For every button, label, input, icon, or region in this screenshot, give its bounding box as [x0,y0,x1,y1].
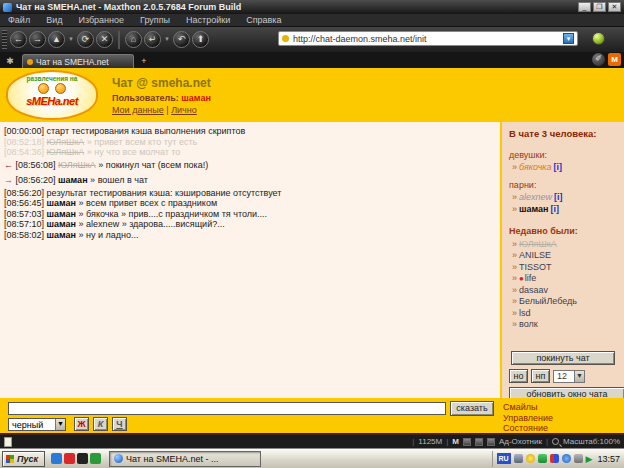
italic-button[interactable]: К [93,417,108,431]
go-button[interactable] [592,32,605,45]
tab-active[interactable]: Чат на SMEHA.net [22,54,134,68]
windows-flag-icon [6,455,14,463]
font-size-select[interactable]: 12 ▼ [553,370,585,383]
underline-button[interactable]: Ч [112,417,127,431]
close-button[interactable]: ✕ [608,2,621,12]
user-list-item: »бякочка[i] [512,162,619,172]
toolbar-button-icon[interactable]: ⬆ [192,31,209,48]
chevron-down-icon: ▼ [55,419,65,430]
status-bar: | 1125M | M Ад-Охотник | Масштаб:100% [0,435,624,448]
toolbar-button-icon[interactable]: ▾ [67,31,75,48]
girls-list: »бякочка[i] [509,162,619,172]
color-select-value: черный [12,420,43,430]
user-line: Пользователь: шаман [112,93,211,103]
bold-button[interactable]: Ж [74,417,89,431]
my-data-link[interactable]: Мои данные [112,105,164,115]
minimize-button[interactable]: _ [578,2,591,12]
taskbar-task-button[interactable]: Чат на SMEHA.net - ... [109,451,261,467]
menu-item[interactable]: Избранное [78,15,124,25]
user-name[interactable]: бякочка [519,162,552,172]
page-icon[interactable] [463,438,471,446]
recent-user-name[interactable]: ЮЛяШкА [519,239,557,249]
tray-icon[interactable] [562,454,571,463]
recent-user-name[interactable]: волк [519,319,538,329]
chat-log[interactable]: [00:00:00] старт тестирования кэша выпол… [0,122,500,398]
quick-launch-icon[interactable] [64,453,75,464]
user-info-link[interactable]: [i] [554,162,563,172]
toolbar-button-icon[interactable]: ← [10,31,27,48]
tray-icon[interactable] [514,454,523,463]
start-button[interactable]: Пуск [2,451,45,467]
toolbar-button-icon[interactable]: ⌂ [125,31,142,48]
online-count: В чате 3 человека: [509,128,619,139]
menu-item[interactable]: Группы [140,15,170,25]
toolbar-button-icon[interactable]: ▾ [163,31,171,48]
logo-face-icon [38,83,49,94]
favorites-star-icon[interactable]: ✱ [2,55,18,68]
recent-user-name[interactable]: life [525,273,537,283]
recent-user-name[interactable]: ANILSE [519,250,551,260]
toolbar-button-icon[interactable]: ⟳ [77,31,94,48]
recent-user-name[interactable]: БелыйЛебедь [519,296,577,306]
folder-icon[interactable] [475,438,483,446]
toolbar-grip[interactable] [2,30,7,50]
toolbar-button-icon[interactable]: ↵ [144,31,161,48]
composer-link[interactable]: Смайлы [503,402,553,413]
recent-user-item: »●dasaav [512,285,619,295]
wand-icon[interactable]: ✐ [592,53,605,66]
play-icon[interactable]: ▶ [586,454,593,464]
url-dropdown-icon[interactable]: ▾ [563,33,574,44]
recent-user-name[interactable]: dasaav [519,285,548,295]
tray-icon[interactable] [526,454,535,463]
title-bar: Чат на SMEHA.net - Maxthon 2.0.5.7684 Fo… [0,0,624,14]
recent-user-name[interactable]: lsd [519,308,531,318]
maxthon-icon[interactable]: M [608,53,621,66]
say-button[interactable]: сказать [450,401,494,416]
message-author: шаман [47,220,77,229]
user-name[interactable]: alexnew [519,192,552,202]
quick-launch-icon[interactable] [77,453,88,464]
menu-item[interactable]: Файл [8,15,30,25]
toolbar-button-icon[interactable]: ✕ [96,31,113,48]
new-tab-button[interactable]: + [137,55,151,68]
toolbar-button-icon[interactable]: ▲ [48,31,65,48]
restore-button[interactable]: ❐ [593,2,606,12]
menu-item[interactable]: Настройки [186,15,230,25]
language-indicator[interactable]: RU [497,453,511,464]
user-name[interactable]: шаман [519,204,549,214]
menu-item[interactable]: Справка [246,15,281,25]
composer-link[interactable]: Состояние [503,423,553,434]
user-info-link[interactable]: [i] [551,204,560,214]
text-color-select[interactable]: черный ▼ [8,418,66,431]
globe-icon[interactable] [487,438,495,446]
quick-launch-icon[interactable] [51,453,62,464]
tray-icon[interactable] [550,454,559,463]
tray-icon[interactable] [574,454,583,463]
quick-launch-icon[interactable] [90,453,101,464]
leave-chat-button[interactable]: покинуть чат [511,351,615,365]
toolbar-button-icon[interactable]: ↶ [173,31,190,48]
toolbar-button-icon[interactable] [118,31,120,49]
tray-icon[interactable] [538,454,547,463]
site-favicon [282,35,289,42]
user-info-link[interactable]: [i] [554,192,563,202]
nav-buttons: ←→▲▾⟳✕⌂↵▾↶⬆ [9,31,210,49]
app-icon [3,3,12,12]
toggle-np-button[interactable]: нп [531,369,550,383]
zoom-level[interactable]: Масштаб:100% [563,437,620,446]
adhunter-label[interactable]: Ад-Охотник [499,437,542,446]
url-input[interactable] [293,34,563,44]
composer-link[interactable]: Управление [503,413,553,424]
smeha-logo[interactable]: развлечения на sMEHa.net [6,70,98,120]
toolbar-button-icon[interactable]: → [29,31,46,48]
recent-user-name[interactable]: TISSOT [519,262,552,272]
toggle-no-button[interactable]: но [509,369,528,383]
red-dot-icon: ● [519,274,524,283]
message-input[interactable] [8,402,446,415]
private-link[interactable]: Лично [171,105,197,115]
message-separator: » [79,210,84,219]
message-separator: » [90,176,95,185]
browser-globe-icon [114,454,123,463]
recent-user-item: »●lsd [512,308,619,318]
menu-item[interactable]: Вид [46,15,62,25]
